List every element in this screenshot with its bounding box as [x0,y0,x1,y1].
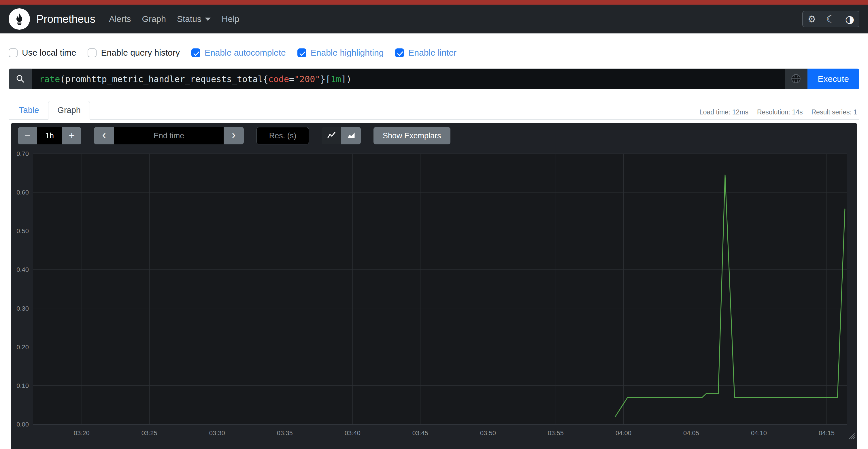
theme-toggle-group: ⚙ ☾ ◑ [802,11,859,27]
svg-text:0.70: 0.70 [17,150,29,157]
search-icon [16,74,25,84]
checkbox-checked-icon[interactable] [298,49,306,57]
end-time-control-group: ‹ › [94,127,244,144]
svg-text:04:05: 04:05 [683,429,699,437]
prometheus-logo-icon [9,8,30,30]
query-token: code [268,74,289,84]
query-token: }[ [320,74,331,84]
x-axis-labels: 03:2003:2503:3003:3503:4003:4503:5003:55… [74,429,835,437]
option-label: Enable autocomplete [205,48,286,58]
query-bar: rate(promhttp_metric_handler_requests_to… [9,68,859,89]
svg-text:0.60: 0.60 [17,189,29,196]
option-enable-autocomplete[interactable]: Enable autocomplete [191,48,286,58]
contrast-icon: ◑ [845,13,854,25]
option-enable-query-history[interactable]: Enable query history [88,48,180,58]
resize-handle[interactable] [847,431,855,440]
svg-text:0.30: 0.30 [17,305,29,312]
query-token: = [289,74,294,84]
tab-graph[interactable]: Graph [48,101,90,120]
svg-text:03:55: 03:55 [548,429,564,437]
chart-type-group [321,127,361,144]
checkbox-checked-icon[interactable] [191,49,200,57]
resize-grip-icon [847,431,855,439]
navbar: Prometheus AlertsGraphStatusHelp ⚙ ☾ ◑ [0,5,868,33]
nav-item-alerts[interactable]: Alerts [103,14,136,24]
graph-panel: − + ‹ › [11,123,857,449]
svg-text:0.50: 0.50 [17,228,29,235]
nav-item-status[interactable]: Status [172,14,216,24]
query-token: ]) [341,74,351,84]
range-control-group: − + [18,127,81,144]
query-token: (promhttp_metric_handler_requests_total{ [60,74,268,84]
range-increase-button[interactable]: + [62,127,81,144]
checkbox-unchecked-icon[interactable] [88,49,97,57]
option-label: Enable query history [101,48,180,58]
graph-canvas[interactable]: 03:2003:2503:3003:3503:4003:4503:5003:55… [14,150,850,438]
svg-text:03:50: 03:50 [480,429,496,437]
stacked-chart-toggle[interactable] [341,127,361,144]
svg-text:0.00: 0.00 [17,421,29,428]
search-button[interactable] [9,68,32,89]
resolution-input[interactable] [256,127,309,144]
query-token: "200" [294,74,320,84]
query-expression: rate(promhttp_metric_handler_requests_to… [39,74,351,84]
time-back-button[interactable]: ‹ [94,127,114,144]
metrics-explorer-button[interactable] [785,68,807,89]
checkbox-unchecked-icon[interactable] [9,49,18,57]
stat-load-time: Load time: 12ms [700,108,748,116]
option-use-local-time[interactable]: Use local time [9,48,76,58]
graph-toolbar: − + ‹ › [11,123,857,144]
svg-text:03:35: 03:35 [277,429,293,437]
option-label: Enable highlighting [311,48,384,58]
option-label: Use local time [22,48,76,58]
svg-text:03:45: 03:45 [412,429,428,437]
svg-text:03:25: 03:25 [142,429,157,437]
line-chart-toggle[interactable] [321,127,341,144]
line-chart-icon [327,131,336,141]
brand-name: Prometheus [36,13,95,25]
execute-button[interactable]: Execute [807,68,859,89]
gear-icon: ⚙ [808,13,816,25]
brand[interactable]: Prometheus [9,8,103,30]
svg-text:04:15: 04:15 [819,429,835,437]
svg-text:04:00: 04:00 [616,429,631,437]
auto-theme-button[interactable]: ◑ [840,11,859,27]
svg-text:03:20: 03:20 [74,429,90,437]
svg-text:0.10: 0.10 [17,382,29,389]
checkbox-checked-icon[interactable] [395,49,404,57]
nav-item-help[interactable]: Help [216,14,245,24]
query-stats: Load time: 12msResolution: 14sResult ser… [691,108,857,116]
svg-text:03:30: 03:30 [209,429,225,437]
main-content: Use local timeEnable query historyEnable… [0,33,868,449]
svg-text:0.20: 0.20 [17,343,29,351]
stat-resolution: Resolution: 14s [757,108,803,116]
y-axis-labels: 0.000.100.200.300.400.500.600.70 [17,150,29,428]
option-label: Enable linter [408,48,457,58]
option-enable-highlighting[interactable]: Enable highlighting [298,48,384,58]
query-token: 1m [331,74,341,84]
dark-theme-button[interactable]: ☾ [821,11,840,27]
time-forward-button[interactable]: › [224,127,244,144]
svg-text:03:40: 03:40 [345,429,361,437]
end-time-input[interactable] [114,127,224,144]
chart-area: 03:2003:2503:3003:3503:4003:4503:5003:55… [14,150,850,438]
results-meta-row: Load time: 12msResolution: 14sResult ser… [9,101,859,120]
show-exemplars-button[interactable]: Show Exemplars [373,127,451,144]
option-enable-linter[interactable]: Enable linter [395,48,457,58]
top-accent-strip [0,0,868,5]
settings-button[interactable]: ⚙ [802,11,821,27]
moon-icon: ☾ [826,13,835,25]
range-input[interactable] [37,127,62,144]
prometheus-app: Prometheus AlertsGraphStatusHelp ⚙ ☾ ◑ U… [0,0,868,449]
caret-down-icon [205,18,211,21]
svg-text:04:10: 04:10 [751,429,767,437]
query-token: rate [39,74,60,84]
globe-icon [791,73,801,85]
stat-result-series: Result series: 1 [811,108,857,116]
query-input[interactable]: rate(promhttp_metric_handler_requests_to… [32,68,785,89]
nav-item-graph[interactable]: Graph [136,14,172,24]
svg-text:0.40: 0.40 [17,266,29,273]
range-decrease-button[interactable]: − [18,127,37,144]
options-row: Use local timeEnable query historyEnable… [0,33,868,58]
tab-table[interactable]: Table [10,101,48,120]
